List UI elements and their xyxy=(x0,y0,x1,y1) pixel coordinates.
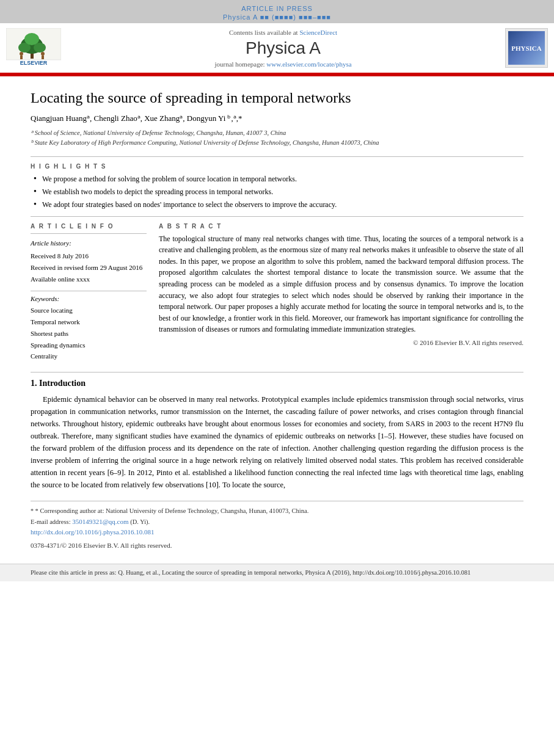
abstract-body: The topological structure of many real n… xyxy=(159,234,523,334)
banner-title: ARTICLE IN PRESS xyxy=(0,5,554,12)
journal-cover-thumbnail: PHYSICA xyxy=(505,28,548,68)
introduction-section: 1. Introduction Epidemic dynamical behav… xyxy=(31,372,523,491)
article-info-column: A R T I C L E I N F O Article history: R… xyxy=(31,223,147,362)
introduction-heading: 1. Introduction xyxy=(31,379,523,388)
svg-point-7 xyxy=(41,52,45,56)
email-label: E-mail address: xyxy=(31,518,71,525)
article-in-press-banner: ARTICLE IN PRESS Physica A ■■ (■■■■) ■■■… xyxy=(0,0,554,23)
article-info-label: A R T I C L E I N F O xyxy=(31,223,147,230)
keywords-section: Keywords: Source locating Temporal netwo… xyxy=(31,291,147,362)
keyword-4: Spreading dynamics xyxy=(31,340,147,351)
journal-title: Physica A xyxy=(67,38,499,58)
introduction-paragraph: Epidemic dynamical behavior can be obser… xyxy=(31,393,523,491)
cite-text: Please cite this article in press as: Q.… xyxy=(31,569,470,576)
keyword-3: Shortest paths xyxy=(31,328,147,340)
sciencedirect-link[interactable]: ScienceDirect xyxy=(299,29,337,36)
keyword-2: Temporal network xyxy=(31,316,147,328)
article-history: Article history: Received 8 July 2016 Re… xyxy=(31,233,147,285)
journal-center-info: Contents lists available at ScienceDirec… xyxy=(67,29,499,68)
elsevier-logo: ELSEVIER xyxy=(6,28,61,68)
physica-cover-image: PHYSICA xyxy=(508,31,545,65)
highlight-item: We propose a method for solving the prob… xyxy=(34,173,523,184)
footnotes: * * Corresponding author at: National Un… xyxy=(31,501,523,551)
affiliation-a: ᵃ School of Science, National University… xyxy=(31,128,523,138)
received-date: Received 8 July 2016 xyxy=(31,250,147,262)
abstract-column: A B S T R A C T The topological structur… xyxy=(159,223,523,362)
abstract-label: A B S T R A C T xyxy=(159,223,523,230)
corresponding-text: * Corresponding author at: National Univ… xyxy=(35,507,309,514)
keywords-label: Keywords: xyxy=(31,295,147,302)
svg-rect-8 xyxy=(20,56,23,59)
author-list: Qiangjuan Huangᵃ, Chengli Zhaoᵃ, Xue Zha… xyxy=(31,114,242,123)
homepage-info: journal homepage: www.elsevier.com/locat… xyxy=(67,60,499,68)
article-info-divider xyxy=(31,216,523,217)
doi-line: http://dx.doi.org/10.1016/j.physa.2016.1… xyxy=(31,527,523,538)
article-title: Locating the source of spreading in temp… xyxy=(31,89,523,107)
email-link[interactable]: 350149321@qq.com xyxy=(72,518,128,525)
affiliations: ᵃ School of Science, National University… xyxy=(31,128,523,148)
svg-rect-9 xyxy=(42,56,44,59)
journal-header: ELSEVIER Contents lists available at Sci… xyxy=(0,23,554,74)
history-label: Article history: xyxy=(31,238,147,249)
keyword-5: Centrality xyxy=(31,351,147,362)
highlights-label: H I G H L I G H T S xyxy=(31,163,523,170)
abstract-text: The topological structure of many real n… xyxy=(159,233,523,335)
sciencedirect-info: Contents lists available at ScienceDirec… xyxy=(67,29,499,36)
cite-strip: Please cite this article in press as: Q.… xyxy=(0,564,554,581)
highlights-divider xyxy=(31,156,523,157)
highlight-item: We establish two models to depict the sp… xyxy=(34,186,523,197)
svg-text:ELSEVIER: ELSEVIER xyxy=(20,60,48,66)
email-note: E-mail address: 350149321@qq.com (D. Yi)… xyxy=(31,517,523,528)
intro-text: Epidemic dynamical behavior can be obser… xyxy=(31,395,523,489)
email-person: (D. Yi). xyxy=(130,518,150,525)
available-date: Available online xxxx xyxy=(31,274,147,285)
svg-point-5 xyxy=(24,33,39,45)
banner-subtitle: Physica A ■■ (■■■■) ■■■–■■■ xyxy=(0,13,554,21)
issn-line: 0378-4371/© 2016 Elsevier B.V. All right… xyxy=(31,540,523,551)
main-content: Locating the source of spreading in temp… xyxy=(0,76,554,558)
copyright-notice: © 2016 Elsevier B.V. All rights reserved… xyxy=(159,339,523,346)
authors-line: Qiangjuan Huangᵃ, Chengli Zhaoᵃ, Xue Zha… xyxy=(31,114,523,123)
keyword-1: Source locating xyxy=(31,305,147,316)
affiliation-b: ᵇ State Key Laboratory of High Performan… xyxy=(31,138,523,148)
svg-point-6 xyxy=(20,52,23,56)
highlight-item: We adopt four strategies based on nodes'… xyxy=(34,199,523,210)
doi-link[interactable]: http://dx.doi.org/10.1016/j.physa.2016.1… xyxy=(31,528,154,536)
revised-date: Received in revised form 29 August 2016 xyxy=(31,262,147,274)
highlights-list: We propose a method for solving the prob… xyxy=(34,173,523,210)
two-column-layout: A R T I C L E I N F O Article history: R… xyxy=(31,223,523,362)
homepage-link[interactable]: www.elsevier.com/locate/physa xyxy=(266,60,351,68)
corresponding-author-note: * * Corresponding author at: National Un… xyxy=(31,506,523,517)
